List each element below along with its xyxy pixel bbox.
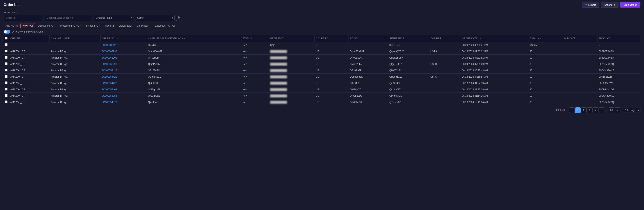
row-order-no[interactable]: SO100054379 bbox=[100, 99, 147, 106]
channel-sales-order-input[interactable] bbox=[45, 15, 92, 21]
row-checkbox-8[interactable] bbox=[5, 94, 8, 97]
header-order-date[interactable]: ORDER DATE ▲▼ bbox=[461, 35, 528, 42]
row-status: New bbox=[242, 74, 269, 80]
row-recipient: ██████████ bbox=[269, 67, 315, 74]
row-checkbox-6[interactable] bbox=[5, 81, 8, 84]
tab-new[interactable]: New(???) bbox=[20, 23, 35, 28]
header-channel-sales-order[interactable]: CHANNEL SALES ORDER NO ▲▼ bbox=[147, 35, 242, 42]
page-ellipsis: ... bbox=[605, 109, 608, 112]
channel-name-select[interactable]: Channel Name bbox=[94, 15, 134, 21]
order-no-link[interactable]: SO100054423 bbox=[102, 82, 117, 84]
row-channel: AMAZON_DF bbox=[9, 67, 50, 74]
table-header-row: CHANNEL CHANNEL NAME ORDER NO ▲▼ bbox=[4, 35, 640, 42]
row-product: B0CCK33WLB bbox=[597, 93, 640, 99]
row-total: $0 bbox=[528, 99, 562, 106]
ship-order-button[interactable]: Ship Order bbox=[620, 2, 640, 8]
order-no-link[interactable]: SO100054428 bbox=[102, 75, 117, 78]
table-row: AMAZON_DF Amazon DF xyz SO100054386 QrYJ… bbox=[4, 93, 640, 99]
tab-shipped[interactable]: Shipped(???) bbox=[84, 23, 102, 28]
page-2-button[interactable]: 2 bbox=[581, 108, 586, 113]
row-product: B0iJ88GNW3 bbox=[597, 80, 640, 86]
prev-page-button[interactable]: ‹ bbox=[569, 108, 575, 113]
select-all-checkbox[interactable] bbox=[5, 37, 8, 40]
row-checkbox-2[interactable] bbox=[5, 56, 8, 59]
order-no-link[interactable]: SO100062291 bbox=[102, 56, 117, 59]
table-row: AMAZON_DF Amazon DF xyz SO100054428 QBpn… bbox=[4, 74, 640, 80]
row-recipient: ██████████ bbox=[269, 80, 315, 86]
order-no-link[interactable]: SO100062290 bbox=[102, 63, 117, 65]
tab-processing[interactable]: Processing(??????) bbox=[58, 23, 83, 28]
row-checkbox-cell bbox=[4, 74, 9, 80]
carrier-select[interactable]: Carrier bbox=[135, 15, 174, 21]
row-checkbox-9[interactable] bbox=[5, 100, 8, 103]
row-channel-sales-order: QtgqP78K7 bbox=[147, 61, 242, 67]
tab-cancelled[interactable]: Cancelled(?) bbox=[135, 23, 152, 28]
row-order-no[interactable]: SO100054428 bbox=[100, 74, 147, 80]
page-1-button[interactable]: 1 bbox=[575, 108, 581, 113]
row-checkbox-0[interactable] bbox=[5, 43, 8, 46]
row-checkbox-cell bbox=[4, 93, 9, 99]
row-order-date: 06/18/2024 03:25:09 AM bbox=[461, 86, 528, 93]
row-country: US bbox=[315, 80, 349, 86]
page-4-button[interactable]: 4 bbox=[593, 108, 598, 113]
row-order-date: 06/24/2024 07:29:29 PM bbox=[461, 61, 528, 67]
row-channel: AMAZON_DF bbox=[9, 93, 50, 99]
tab-exception[interactable]: Exception(??????) bbox=[153, 23, 177, 28]
order-no-link[interactable]: SO100054404 bbox=[102, 88, 117, 91]
row-checkbox-5[interactable] bbox=[5, 75, 8, 78]
search-button[interactable]: 🔍 bbox=[176, 15, 182, 21]
row-checkbox-1[interactable] bbox=[5, 50, 8, 52]
order-no-link[interactable]: SO100054437 bbox=[102, 69, 117, 72]
order-no-input[interactable] bbox=[4, 15, 43, 21]
actions-button[interactable]: Actions ▾ bbox=[601, 2, 618, 8]
row-channel: AMAZON_DF bbox=[9, 61, 50, 67]
orders-table: CHANNEL CHANNEL NAME ORDER NO ▲▼ bbox=[4, 35, 640, 106]
row-channel-name: Amazon DF xyz bbox=[50, 80, 100, 86]
row-checkbox-3[interactable] bbox=[5, 62, 8, 65]
row-reference: QfdSqV3TL bbox=[388, 86, 429, 93]
row-order-no[interactable]: SO100054386 bbox=[100, 93, 147, 99]
sort-order-date-icon: ▲▼ bbox=[478, 38, 482, 39]
row-order-no[interactable]: SO100185422 bbox=[100, 42, 147, 48]
order-no-link[interactable]: SO100054379 bbox=[102, 101, 117, 103]
header-order-no[interactable]: ORDER NO ▲▼ bbox=[100, 35, 147, 42]
next-page-button[interactable]: › bbox=[615, 108, 620, 113]
row-order-no[interactable]: SO100054437 bbox=[100, 67, 147, 74]
row-order-no[interactable]: SO100062291 bbox=[100, 55, 147, 61]
per-page-select[interactable]: 10 / Page bbox=[623, 108, 640, 113]
order-no-link[interactable]: SO100062292 bbox=[102, 50, 117, 53]
row-checkbox-7[interactable] bbox=[5, 88, 8, 90]
page-5-button[interactable]: 5 bbox=[599, 108, 604, 113]
order-no-link[interactable]: SO100054386 bbox=[102, 94, 117, 97]
order-no-link[interactable]: SO100185422 bbox=[102, 44, 117, 46]
row-product: B0CCK33WLB bbox=[597, 67, 640, 74]
upload-icon: ⬆ bbox=[585, 3, 587, 6]
row-reference: Q7xKJw37L bbox=[388, 99, 429, 106]
header-total[interactable]: TOTAL ▲▼ bbox=[528, 35, 562, 42]
row-order-no[interactable]: SO100062290 bbox=[100, 61, 147, 67]
row-channel-name: Amazon DF xyz bbox=[50, 55, 100, 61]
tab-canceling[interactable]: Canceling(?) bbox=[116, 23, 134, 28]
row-checkbox-cell bbox=[4, 55, 9, 61]
table-row: SO100185422 4567890 New kjhgf US 0987654… bbox=[4, 42, 640, 48]
single-unit-toggle[interactable] bbox=[4, 30, 10, 34]
row-status: New bbox=[242, 67, 269, 74]
row-channel-name: Amazon DF xyz bbox=[50, 86, 100, 93]
table-row: AMAZON_DF Amazon DF xyz SO100062292 Qqnw… bbox=[4, 48, 640, 55]
page-last-button[interactable]: 80 bbox=[609, 108, 614, 113]
row-order-date: 08/29/2024 08:29:21 PM bbox=[461, 42, 528, 48]
search-label: SEARCH BY bbox=[4, 11, 640, 14]
total-count: Total: 795 bbox=[556, 109, 566, 112]
row-order-date: 06/18/2024 01:14:26 AM bbox=[461, 93, 528, 99]
row-order-no[interactable]: SO100062292 bbox=[100, 48, 147, 55]
row-checkbox-4[interactable] bbox=[5, 69, 8, 71]
row-order-no[interactable]: SO100054423 bbox=[100, 80, 147, 86]
row-order-no[interactable]: SO100054404 bbox=[100, 86, 147, 93]
page-3-button[interactable]: 3 bbox=[587, 108, 592, 113]
row-channel-name: Amazon DF xyz bbox=[50, 74, 100, 80]
tab-dispatched[interactable]: Dispatched(???) bbox=[36, 23, 57, 28]
row-recipient: ██████████ bbox=[269, 93, 315, 99]
tab-open[interactable]: Open(?) bbox=[103, 23, 116, 28]
tab-all[interactable]: All(??????) bbox=[4, 23, 20, 28]
export-button[interactable]: ⬆ Export bbox=[582, 2, 599, 8]
